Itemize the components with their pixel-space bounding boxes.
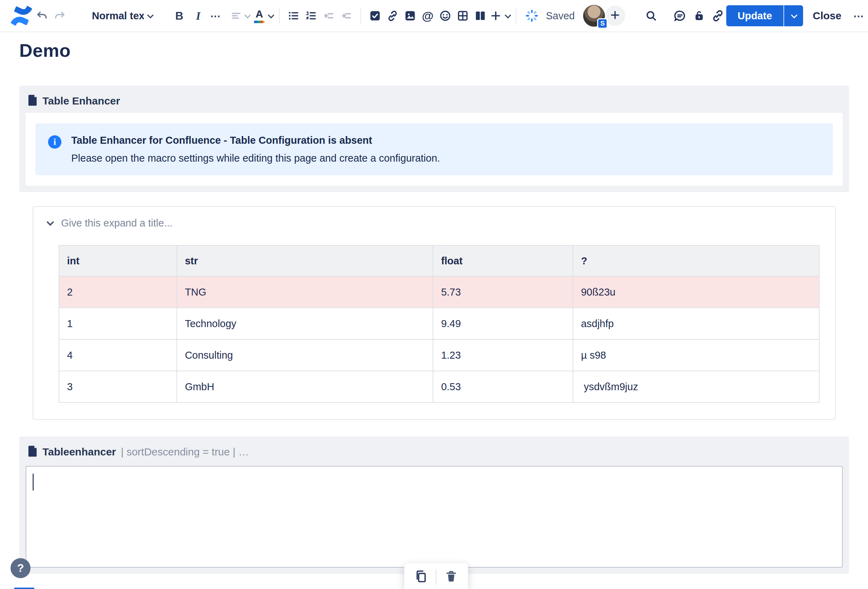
mention-icon: @ (422, 9, 433, 23)
copy-button[interactable] (413, 569, 430, 586)
table-cell[interactable]: 5.73 (433, 276, 573, 308)
mention-button[interactable]: @ (420, 6, 435, 26)
macro-tableenhancer[interactable]: Tableenhancer | sortDescending = true | … (19, 436, 849, 574)
macro-table-enhancer[interactable]: Table Enhancer i Table Enhancer for Conf… (19, 85, 849, 192)
info-icon: i (48, 135, 61, 149)
table-row: 4Consulting1.23µ s98 (59, 339, 819, 371)
sync-status-spinner (523, 6, 541, 26)
emoji-button[interactable] (437, 6, 453, 26)
toolbar-divider (360, 8, 361, 24)
chevron-down-icon (505, 12, 511, 18)
expand-section: Give this expand a title... intstrfloat?… (32, 206, 836, 420)
collaborator-avatar[interactable]: S (583, 5, 605, 27)
table-icon (457, 10, 468, 21)
italic-button[interactable]: I (190, 6, 207, 26)
avatar-status-badge: S (597, 18, 608, 29)
more-formatting-icon: ⋯ (210, 10, 221, 22)
text-caret (32, 474, 34, 490)
insert-more-dropdown[interactable] (490, 6, 509, 26)
page-title[interactable]: Demo (19, 40, 849, 61)
spinner-icon (525, 9, 539, 23)
table-header-cell[interactable]: str (177, 246, 433, 276)
table-cell[interactable]: 90ß23u (573, 276, 819, 308)
confluence-logo-icon[interactable] (10, 6, 32, 26)
close-button[interactable]: Close (813, 10, 842, 22)
table-header-cell[interactable]: float (433, 246, 573, 276)
table-cell[interactable]: µ s98 (573, 339, 819, 371)
table-header-row: intstrfloat? (59, 246, 819, 276)
table-cell[interactable]: Technology (177, 308, 433, 339)
table-cell[interactable]: 1.23 (433, 339, 573, 371)
insert-table-button[interactable] (455, 6, 471, 26)
chevron-down-icon (244, 12, 251, 18)
layouts-button[interactable] (472, 6, 488, 26)
outdent-button[interactable] (321, 6, 337, 26)
italic-icon: I (196, 9, 200, 22)
bold-button[interactable]: B (171, 6, 188, 26)
toolbar-divider (279, 8, 280, 24)
task-list-button[interactable] (368, 6, 383, 26)
help-button[interactable]: ? (10, 558, 31, 578)
update-button[interactable]: Update (726, 5, 783, 26)
search-icon (645, 10, 657, 22)
save-status-label: Saved (546, 10, 575, 22)
chevron-down-icon (147, 12, 154, 18)
chevron-down-icon (268, 12, 274, 18)
indent-button[interactable] (338, 6, 354, 26)
update-options-button[interactable] (784, 5, 803, 26)
insert-link-button[interactable] (385, 6, 400, 26)
more-actions-button[interactable]: ⋯ (851, 6, 867, 26)
table-cell[interactable]: ysdvßm9juz (573, 371, 819, 402)
expand-title-placeholder[interactable]: Give this expand a title... (61, 217, 173, 229)
table-cell[interactable]: TNG (177, 276, 433, 308)
link-icon (712, 9, 724, 22)
undo-button[interactable] (34, 6, 50, 26)
bullet-list-icon (288, 10, 300, 22)
table-cell[interactable]: asdjhfp (573, 308, 819, 339)
numbered-list-button[interactable] (304, 6, 319, 26)
info-panel-body: Please open the macro settings while edi… (71, 153, 440, 164)
bullet-list-button[interactable] (286, 6, 301, 26)
copy-link-button[interactable] (709, 6, 726, 26)
macro-doc-icon (28, 95, 38, 107)
trash-icon (445, 570, 458, 584)
table-cell[interactable]: GmbH (177, 371, 433, 402)
invite-button[interactable] (605, 6, 625, 26)
redo-button[interactable] (52, 6, 67, 26)
table-cell[interactable]: 1 (59, 308, 177, 339)
update-split-button: Update (726, 5, 803, 26)
unlock-icon (693, 10, 704, 21)
table-cell[interactable]: 2 (59, 276, 177, 308)
undo-icon (36, 10, 48, 22)
alignment-dropdown[interactable] (230, 6, 249, 26)
macro-editor-area[interactable] (26, 466, 843, 568)
comments-button[interactable] (672, 6, 688, 26)
table-cell[interactable]: 9.49 (433, 308, 573, 339)
table-header-cell[interactable]: int (59, 246, 177, 276)
text-style-dropdown[interactable]: Normal text (89, 6, 155, 26)
info-panel-title: Table Enhancer for Confluence - Table Co… (71, 135, 440, 146)
table-cell[interactable]: 3 (59, 371, 177, 402)
search-button[interactable] (643, 6, 660, 26)
delete-button[interactable] (443, 569, 460, 586)
copy-icon (414, 569, 428, 585)
plus-icon (610, 10, 620, 22)
table-cell[interactable]: 0.53 (433, 371, 573, 402)
columns-icon (475, 10, 486, 21)
more-formatting-button[interactable]: ⋯ (209, 6, 223, 26)
plus-icon (490, 10, 501, 21)
table-cell[interactable]: 4 (59, 339, 177, 371)
chevron-down-icon (791, 12, 797, 18)
table-header-cell[interactable]: ? (573, 246, 819, 276)
macro-params: | sortDescending = true | … (121, 446, 249, 458)
editor-toolbar: Normal text B I ⋯ A (0, 0, 868, 32)
text-color-dropdown[interactable]: A (254, 6, 273, 26)
restrictions-button[interactable] (691, 6, 707, 26)
insert-image-button[interactable] (402, 6, 418, 26)
link-icon (387, 10, 399, 22)
macro-name: Table Enhancer (43, 95, 120, 107)
expand-chevron-icon[interactable] (47, 218, 54, 226)
bold-icon: B (175, 9, 183, 22)
table-cell[interactable]: Consulting (177, 339, 433, 371)
toolbar-divider (516, 8, 517, 24)
